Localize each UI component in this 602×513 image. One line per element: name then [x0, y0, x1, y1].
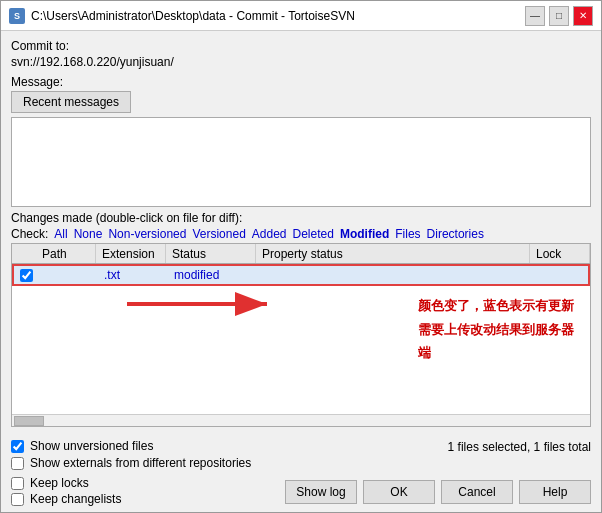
annotation-line1: 颜色变了，蓝色表示有更新 — [414, 294, 578, 318]
titlebar-left: S C:\Users\Administrator\Desktop\data - … — [9, 8, 355, 24]
filter-all[interactable]: All — [54, 227, 67, 241]
table-row[interactable]: .txt modified — [12, 264, 590, 286]
keep-locks-row: Keep locks — [11, 476, 121, 490]
filter-none[interactable]: None — [74, 227, 103, 241]
window-title: C:\Users\Administrator\Desktop\data - Co… — [31, 9, 355, 23]
keep-changelists-row: Keep changelists — [11, 492, 121, 506]
keep-changelists-checkbox[interactable] — [11, 493, 24, 506]
col-status: Status — [166, 244, 256, 263]
row-checkbox-cell[interactable] — [14, 269, 38, 282]
table-body: .txt modified 颜色变了，蓝色表示有更新 需要上传改动结果到服务器 … — [12, 264, 590, 414]
show-unversioned-row: Show unversioned files — [11, 439, 153, 453]
col-lock: Lock — [530, 244, 590, 263]
annotation-line2: 需要上传改动结果到服务器 — [414, 318, 578, 342]
options-buttons-row: Keep locks Keep changelists Show log OK … — [11, 476, 591, 506]
repository-url: svn://192.168.0.220/yunjisuan/ — [11, 55, 591, 69]
cancel-button[interactable]: Cancel — [441, 480, 513, 504]
filter-files[interactable]: Files — [395, 227, 420, 241]
filter-versioned[interactable]: Versioned — [192, 227, 245, 241]
scrollbar-thumb[interactable] — [14, 416, 44, 426]
titlebar: S C:\Users\Administrator\Desktop\data - … — [1, 1, 601, 31]
arrow-icon — [122, 284, 282, 324]
message-section: Message: Recent messages — [11, 75, 591, 207]
message-label: Message: — [11, 75, 591, 89]
externals-row: Show externals from different repositori… — [11, 456, 591, 470]
file-table: Path Extension Status Property status Lo… — [11, 243, 591, 427]
cell-lock — [528, 266, 588, 284]
cell-extension: .txt — [98, 266, 168, 284]
annotation-line3: 端 — [414, 341, 435, 365]
unversioned-row: Show unversioned files 1 files selected,… — [11, 439, 591, 454]
filter-added[interactable]: Added — [252, 227, 287, 241]
show-unversioned-label: Show unversioned files — [30, 439, 153, 453]
show-unversioned-checkbox[interactable] — [11, 440, 24, 453]
changes-label: Changes made (double-click on file for d… — [11, 211, 591, 225]
minimize-button[interactable]: — — [525, 6, 545, 26]
bottom-bar: Show unversioned files 1 files selected,… — [1, 435, 601, 512]
filter-non-versioned[interactable]: Non-versioned — [108, 227, 186, 241]
filter-deleted[interactable]: Deleted — [293, 227, 334, 241]
app-icon: S — [9, 8, 25, 24]
filter-row: Check: All None Non-versioned Versioned … — [11, 227, 591, 241]
cell-property-status — [258, 266, 528, 284]
filter-directories[interactable]: Directories — [427, 227, 484, 241]
check-label: Check: — [11, 227, 48, 241]
maximize-button[interactable]: □ — [549, 6, 569, 26]
files-selected: 1 files selected, 1 files total — [448, 440, 591, 454]
options-column: Keep locks Keep changelists — [11, 476, 121, 506]
dialog-content: Commit to: svn://192.168.0.220/yunjisuan… — [1, 31, 601, 435]
col-path: Path — [36, 244, 96, 263]
horizontal-scrollbar[interactable] — [12, 414, 590, 426]
window-controls: — □ ✕ — [525, 6, 593, 26]
col-extension: Extension — [96, 244, 166, 263]
keep-locks-label: Keep locks — [30, 476, 89, 490]
commit-to-label: Commit to: — [11, 39, 591, 53]
col-property-status: Property status — [256, 244, 530, 263]
ok-button[interactable]: OK — [363, 480, 435, 504]
cell-status: modified — [168, 266, 258, 284]
keep-locks-checkbox[interactable] — [11, 477, 24, 490]
main-window: S C:\Users\Administrator\Desktop\data - … — [0, 0, 602, 513]
button-row: Show log OK Cancel Help — [285, 480, 591, 504]
annotation-overlay: 颜色变了，蓝色表示有更新 需要上传改动结果到服务器 端 — [414, 294, 578, 365]
keep-changelists-label: Keep changelists — [30, 492, 121, 506]
show-externals-checkbox[interactable] — [11, 457, 24, 470]
file-checkbox[interactable] — [20, 269, 33, 282]
cell-path — [38, 266, 98, 284]
show-externals-label: Show externals from different repositori… — [30, 456, 251, 470]
table-header: Path Extension Status Property status Lo… — [12, 244, 590, 264]
recent-messages-button[interactable]: Recent messages — [11, 91, 131, 113]
filter-modified[interactable]: Modified — [340, 227, 389, 241]
show-log-button[interactable]: Show log — [285, 480, 357, 504]
close-button[interactable]: ✕ — [573, 6, 593, 26]
message-input[interactable] — [11, 117, 591, 207]
help-button[interactable]: Help — [519, 480, 591, 504]
